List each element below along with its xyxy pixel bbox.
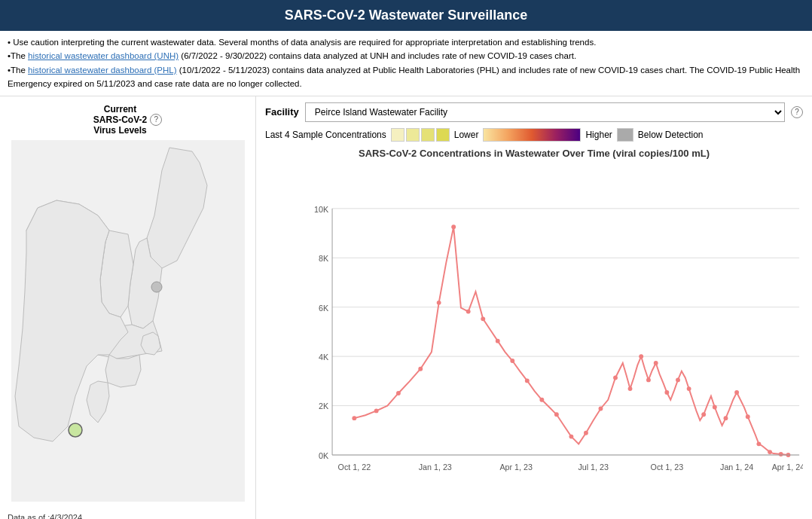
chart-line: [354, 227, 788, 455]
map-help-icon[interactable]: ?: [150, 114, 162, 126]
svg-point-37: [628, 386, 633, 391]
svg-point-50: [768, 450, 772, 454]
svg-text:Apr 1, 24: Apr 1, 24: [772, 462, 803, 471]
svg-point-28: [496, 338, 500, 343]
svg-point-33: [569, 434, 573, 438]
svg-text:Apr 1, 23: Apr 1, 23: [499, 462, 533, 471]
facility-row: Facility Peirce Island Wastewater Facili…: [265, 102, 803, 122]
svg-point-49: [756, 441, 761, 446]
notice-line2: •The historical wastewater dashboard (UN…: [8, 49, 804, 63]
svg-point-51: [779, 452, 783, 456]
legend-row: Last 4 Sample Concentrations Lower Highe…: [265, 128, 803, 142]
page-title: SARS-CoV-2 Wastewater Surveillance: [285, 8, 527, 23]
notice-section: • Use caution interpreting the current w…: [0, 31, 812, 96]
svg-text:Oct 1, 23: Oct 1, 23: [651, 462, 684, 471]
left-panel: Current SARS-CoV-2 Virus Levels ?: [0, 96, 256, 519]
higher-label: Higher: [585, 130, 612, 140]
sample-color-4: [436, 128, 450, 142]
svg-point-46: [724, 416, 728, 420]
sample-color-1: [391, 128, 404, 142]
notice-line3: •The historical wastewater dashboard (PH…: [8, 63, 804, 91]
svg-point-40: [654, 361, 658, 365]
svg-point-24: [437, 301, 441, 305]
svg-point-26: [466, 309, 471, 313]
svg-point-27: [481, 316, 485, 321]
notice-line1: • Use caution interpreting the current w…: [8, 35, 804, 49]
facility-dot-south[interactable]: [69, 423, 82, 437]
svg-point-21: [374, 408, 379, 413]
svg-point-35: [599, 406, 603, 411]
svg-text:8K: 8K: [319, 254, 329, 263]
chart-area: 0K 2K 4K 6K 8K 10K Oct 1, 22 Jan 1, 23 A…: [265, 163, 803, 519]
sample-color-boxes: [391, 128, 450, 142]
svg-text:10K: 10K: [314, 204, 329, 213]
svg-text:Jan 1, 23: Jan 1, 23: [419, 462, 452, 471]
unh-link[interactable]: historical wastewater dashboard (UNH): [28, 51, 179, 60]
phl-link[interactable]: historical wastewater dashboard (PHL): [28, 66, 177, 75]
sample-color-3: [421, 128, 435, 142]
svg-point-44: [701, 412, 706, 417]
sample-concentrations-label: Last 4 Sample Concentrations: [265, 130, 386, 140]
right-panel: Facility Peirce Island Wastewater Facili…: [256, 96, 812, 519]
svg-point-29: [510, 359, 514, 363]
below-detection-box: [617, 128, 633, 142]
svg-point-36: [613, 375, 618, 380]
map-svg: [11, 140, 245, 502]
svg-point-32: [554, 412, 559, 417]
svg-point-38: [639, 354, 643, 359]
svg-point-47: [734, 390, 739, 395]
facility-label: Facility: [265, 106, 299, 118]
svg-point-25: [451, 224, 456, 229]
map-container: [11, 140, 245, 502]
concentration-gradient: [483, 128, 581, 142]
data-as-of: Data as of :4/3/2024: [8, 513, 82, 519]
svg-text:Jan 1, 24: Jan 1, 24: [720, 462, 753, 471]
svg-point-43: [687, 386, 691, 391]
page-header: SARS-CoV-2 Wastewater Surveillance: [0, 0, 812, 31]
svg-point-31: [539, 397, 544, 401]
svg-point-45: [713, 405, 717, 409]
svg-point-48: [746, 414, 750, 419]
sample-color-2: [406, 128, 420, 142]
svg-point-22: [396, 391, 401, 395]
svg-text:Oct 1, 22: Oct 1, 22: [338, 462, 371, 471]
svg-text:6K: 6K: [319, 303, 329, 312]
svg-point-30: [525, 378, 530, 383]
map-label: Current SARS-CoV-2 Virus Levels ?: [93, 104, 162, 136]
lower-label: Lower: [454, 130, 479, 140]
facility-select[interactable]: Peirce Island Wastewater Facility: [305, 102, 785, 122]
svg-text:4K: 4K: [319, 353, 329, 362]
svg-text:Jul 1, 23: Jul 1, 23: [578, 462, 609, 471]
chart-svg: 0K 2K 4K 6K 8K 10K Oct 1, 22 Jan 1, 23 A…: [303, 163, 803, 496]
chart-title: SARS-CoV-2 Concentrations in Wastewater …: [265, 148, 803, 159]
below-detection-label: Below Detection: [638, 130, 704, 140]
svg-point-20: [352, 416, 356, 420]
svg-text:2K: 2K: [319, 401, 329, 411]
svg-point-34: [584, 430, 588, 435]
svg-point-23: [418, 366, 423, 371]
svg-text:0K: 0K: [319, 450, 329, 459]
svg-point-41: [664, 390, 669, 395]
facility-help-icon[interactable]: ?: [791, 106, 803, 118]
svg-point-42: [676, 377, 680, 382]
svg-point-39: [646, 377, 651, 382]
facility-dot-north[interactable]: [151, 282, 162, 292]
